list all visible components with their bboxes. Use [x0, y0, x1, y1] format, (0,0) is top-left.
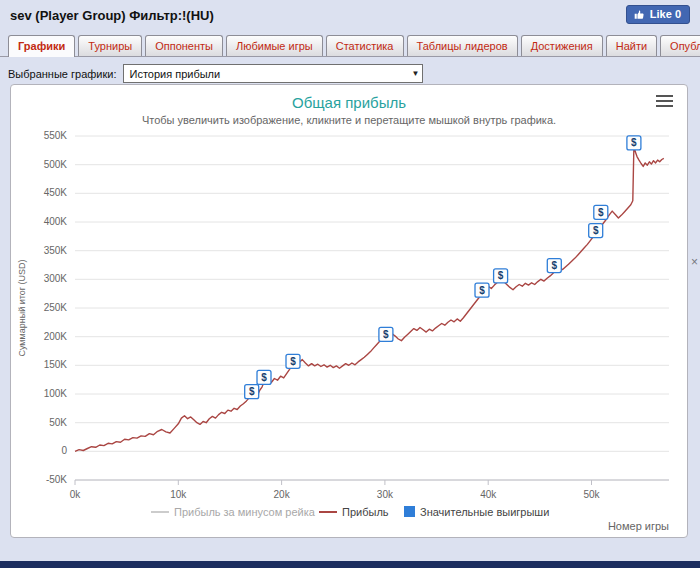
legend-item-rake-free[interactable]: Прибыль за минусом рейка: [151, 506, 316, 518]
y-tick-label: 50K: [49, 417, 67, 428]
x-tick-label: 30k: [377, 489, 394, 500]
profit-chart-panel[interactable]: Общая прибыль Чтобы увеличить изображени…: [10, 84, 688, 538]
y-tick-label: -50K: [46, 474, 67, 485]
svg-text:$: $: [631, 137, 637, 148]
big-win-marker[interactable]: $: [257, 370, 271, 384]
big-win-marker[interactable]: $: [245, 385, 259, 399]
big-win-marker[interactable]: $: [475, 283, 489, 297]
chevron-down-icon: ▼: [412, 69, 420, 78]
svg-text:$: $: [261, 372, 267, 383]
chart-subtitle: Чтобы увеличить изображение, кликните и …: [11, 111, 687, 126]
svg-text:$: $: [552, 260, 558, 271]
tab-4[interactable]: Любимые игры: [226, 35, 323, 56]
profit-chart-svg[interactable]: -50K050K100K150K200K250K300K350K400K450K…: [13, 130, 685, 535]
thumbs-up-icon: [634, 9, 645, 20]
x-tick-label: 50k: [583, 489, 600, 500]
svg-text:$: $: [249, 386, 255, 397]
graph-type-select[interactable]: История прибыли ▼: [123, 64, 423, 83]
tab-1[interactable]: Графики: [8, 35, 75, 57]
big-win-marker[interactable]: $: [379, 327, 393, 341]
profit-line[interactable]: [75, 146, 664, 452]
y-tick-label: 100K: [44, 388, 68, 399]
tab-8[interactable]: Найти: [606, 35, 657, 56]
svg-text:$: $: [290, 356, 296, 367]
page-title: sev (Player Group) Фильтр:!(HU): [10, 8, 214, 23]
y-tick-label: 300K: [44, 273, 68, 284]
tab-2[interactable]: Турниры: [78, 35, 142, 56]
y-tick-label: 500K: [44, 159, 68, 170]
tab-9[interactable]: Опубликовать: [660, 35, 700, 56]
tab-5[interactable]: Статистика: [326, 35, 404, 56]
svg-text:$: $: [479, 285, 485, 296]
chart-title: Общая прибыль: [11, 85, 687, 111]
svg-text:Значительные выигрыши: Значительные выигрыши: [420, 506, 549, 518]
x-tick-label: 0k: [70, 489, 82, 500]
svg-text:Прибыль за минусом рейка: Прибыль за минусом рейка: [174, 506, 316, 518]
tab-6[interactable]: Таблицы лидеров: [407, 35, 518, 56]
svg-text:$: $: [593, 225, 599, 236]
x-tick-label: 20k: [274, 489, 291, 500]
x-axis-title: Номер игры: [608, 520, 669, 532]
big-win-marker[interactable]: $: [627, 136, 641, 150]
svg-text:$: $: [598, 207, 604, 218]
big-win-marker[interactable]: $: [494, 269, 508, 283]
y-tick-label: 350K: [44, 245, 68, 256]
y-tick-label: 450K: [44, 187, 68, 198]
x-tick-label: 40k: [480, 489, 497, 500]
header: sev (Player Group) Фильтр:!(HU) Like 0: [0, 0, 700, 30]
tab-3[interactable]: Оппоненты: [145, 35, 223, 56]
tab-bar: ГрафикиТурнирыОппонентыЛюбимые игрыСтати…: [0, 30, 700, 57]
y-tick-label: 150K: [44, 359, 68, 370]
y-tick-label: 250K: [44, 302, 68, 313]
legend-item-profit[interactable]: Прибыль: [319, 506, 389, 518]
y-tick-label: 400K: [44, 216, 68, 227]
footer-bar: [0, 561, 700, 568]
big-win-marker[interactable]: $: [594, 205, 608, 219]
svg-text:$: $: [383, 329, 389, 340]
facebook-like-button[interactable]: Like 0: [626, 5, 690, 24]
like-label: Like 0: [650, 8, 681, 20]
legend-item-big-wins[interactable]: Значительные выигрыши: [404, 506, 549, 518]
svg-text:Прибыль: Прибыль: [342, 506, 389, 518]
big-win-marker[interactable]: $: [286, 354, 300, 368]
close-icon[interactable]: ×: [691, 256, 698, 268]
big-win-marker[interactable]: $: [547, 259, 561, 273]
graphs-select-label: Выбранные графики:: [8, 68, 116, 80]
chart-menu-icon[interactable]: [656, 95, 673, 110]
y-axis-title: Суммарный итог (USD): [17, 259, 27, 356]
y-tick-label: 200K: [44, 331, 68, 342]
big-win-marker[interactable]: $: [589, 224, 603, 238]
y-tick-label: 550K: [44, 130, 68, 141]
svg-text:$: $: [498, 270, 504, 281]
x-tick-label: 10k: [170, 489, 187, 500]
graph-type-selected-value: История прибыли: [129, 68, 220, 80]
tab-7[interactable]: Достижения: [521, 35, 603, 56]
y-tick-label: 0: [61, 445, 67, 456]
